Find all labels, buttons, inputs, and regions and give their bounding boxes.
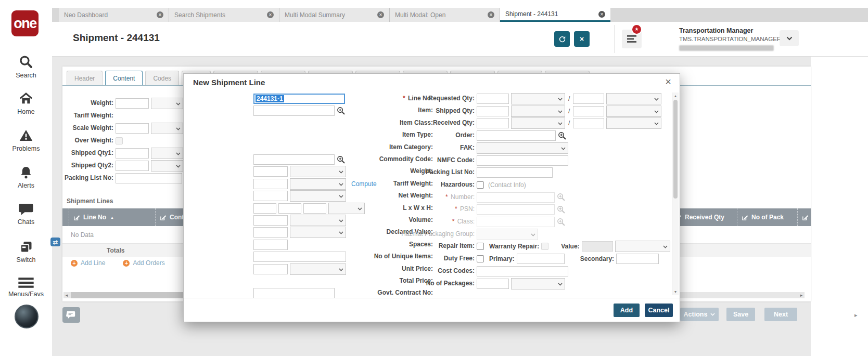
edit-column-icon[interactable] [160, 214, 167, 221]
received-qty-select[interactable] [511, 117, 565, 129]
repair-item-select[interactable] [615, 241, 670, 252]
secondary-label: Secondary: [580, 255, 614, 262]
cancel-button[interactable]: Cancel [645, 304, 673, 317]
sidebar-item-menus[interactable]: Menus/Favs [0, 277, 52, 298]
sidebar-item-alerts[interactable]: Alerts [0, 165, 52, 189]
scale-weight-label: Scale Weight: [73, 124, 113, 131]
shipped-qty2-input[interactable] [116, 161, 149, 171]
left-sidebar: one SearchHomeProblemsAlertsChats⇄Switch… [0, 0, 52, 356]
packing-list-no-input[interactable] [477, 167, 553, 178]
hazardous-checkbox[interactable] [477, 181, 484, 189]
refresh-button[interactable] [554, 31, 570, 47]
required-asterisk: * [445, 193, 450, 201]
packing-list-no-input[interactable] [116, 173, 182, 183]
edit-column-icon[interactable] [802, 214, 809, 221]
scale-weight-select[interactable] [151, 123, 183, 134]
close-page-button[interactable]: × [574, 31, 590, 47]
edit-column-icon[interactable] [73, 214, 80, 221]
sidebar-item-search[interactable]: Search [0, 54, 52, 79]
scroll-right-arrow-icon[interactable]: ▸ [854, 312, 858, 319]
sidebar-item-chats[interactable]: Chats [0, 203, 52, 226]
tab-close-icon[interactable]: × [488, 11, 494, 18]
shipped-qty-input[interactable] [573, 106, 604, 116]
duty-free-input[interactable] [616, 254, 659, 264]
weight-select[interactable] [151, 98, 183, 109]
one-logo[interactable]: one [11, 10, 39, 36]
actions-button[interactable]: Actions [680, 308, 719, 321]
scroll-down-arrow-icon[interactable]: ▾ [672, 289, 679, 294]
add-orders-link[interactable]: + Add Orders [123, 259, 164, 267]
requested-qty-input[interactable] [477, 94, 509, 104]
user-menu-button[interactable] [780, 30, 799, 46]
sidebar-item-home[interactable]: Home [0, 91, 52, 115]
modal-vertical-scrollbar[interactable]: ▴ ▾ [672, 93, 679, 295]
fak-select[interactable] [477, 142, 568, 154]
tab-close-icon[interactable]: × [267, 11, 274, 18]
requested-qty-input[interactable] [573, 94, 604, 104]
shipped-qty2-select[interactable] [151, 160, 183, 172]
sidebar-item-problems[interactable]: Problems [0, 128, 52, 152]
nmfc-code-input[interactable] [477, 155, 568, 166]
shipped-qty1-input[interactable] [116, 148, 149, 159]
tab-close-icon[interactable]: × [598, 11, 605, 18]
page-tab-header[interactable]: Header [67, 71, 103, 85]
tab-multi-modal-summary[interactable]: Multi Modal Summary× [279, 8, 390, 22]
tab-search-shipments[interactable]: Search Shipments× [169, 8, 279, 22]
no-of-packages-select[interactable] [511, 278, 565, 289]
modal-footer-divider [184, 298, 680, 298]
shipped-qty1-select[interactable] [151, 148, 183, 159]
shipped-qty-select[interactable] [511, 106, 565, 117]
cost-codes-input[interactable] [477, 266, 568, 276]
field-order: Order: [184, 130, 680, 141]
received-qty-input[interactable] [477, 118, 509, 128]
received-qty-input[interactable] [573, 118, 604, 128]
order-input[interactable] [477, 130, 556, 141]
received-qty-select[interactable] [606, 117, 661, 129]
page-tab-codes[interactable]: Codes [145, 71, 179, 85]
column-header-v[interactable]: V [797, 208, 811, 226]
page-tab-content[interactable]: Content [105, 71, 143, 85]
tab-close-icon[interactable]: × [157, 11, 163, 18]
column-header-line-no[interactable]: Line No▲ [69, 208, 155, 226]
chevron-down-icon [786, 36, 793, 41]
scroll-left-arrow-icon[interactable]: ◂ [63, 292, 70, 298]
hazmat-packaging-group-select [477, 229, 538, 240]
requested-qty-select[interactable] [606, 93, 661, 104]
required-asterisk: * [455, 205, 459, 213]
no-of-packages-input[interactable] [477, 279, 509, 289]
sidebar-item-switch[interactable]: ⇄Switch [0, 240, 52, 263]
repair-item-checkbox[interactable] [477, 243, 484, 250]
scroll-up-arrow-icon[interactable]: ▴ [672, 94, 679, 98]
shipped-qty-input[interactable] [477, 106, 509, 116]
requested-qty-select[interactable] [511, 93, 565, 104]
add-line-link[interactable]: + Add Line [71, 259, 105, 267]
chat-button[interactable] [62, 307, 80, 323]
order-lookup-icon[interactable] [558, 131, 567, 140]
tab-shipment-244131[interactable]: Shipment - 244131× [500, 8, 610, 22]
add-button[interactable]: Add [614, 304, 640, 317]
duty-free-checkbox[interactable] [477, 255, 484, 262]
tab-close-icon[interactable]: × [377, 11, 384, 18]
govt-contract-no-input[interactable] [253, 288, 335, 298]
save-button[interactable]: Save [726, 308, 755, 321]
scale-weight-input[interactable] [116, 123, 149, 134]
scroll-right-arrow-icon[interactable]: ▸ [798, 292, 805, 298]
avatar[interactable] [15, 305, 39, 328]
tab-multi-modal-open[interactable]: Multi Modal: Open× [390, 8, 500, 22]
shipped-qty-select[interactable] [606, 106, 661, 117]
modal-close-icon[interactable]: × [665, 76, 671, 88]
tab-neo-dashboard[interactable]: Neo Dashboard× [59, 8, 169, 22]
field-no-of-packages: No of Packages: [184, 278, 680, 289]
next-button[interactable]: Next [764, 308, 797, 321]
edit-column-icon[interactable] [742, 214, 748, 221]
modal-title: New Shipment Line [193, 78, 265, 87]
requested-qty-label: Requested Qty: [428, 95, 475, 102]
slash-separator: / [568, 95, 570, 102]
chevron-down-icon [176, 150, 181, 157]
refresh-icon [558, 35, 567, 44]
duty-free-input[interactable] [517, 254, 565, 264]
weight-input[interactable] [116, 98, 149, 109]
chevron-down-icon [663, 243, 668, 250]
modal-scrollbar-thumb[interactable] [673, 100, 678, 199]
column-header-no-of-pack[interactable]: No of Pack [737, 208, 795, 226]
